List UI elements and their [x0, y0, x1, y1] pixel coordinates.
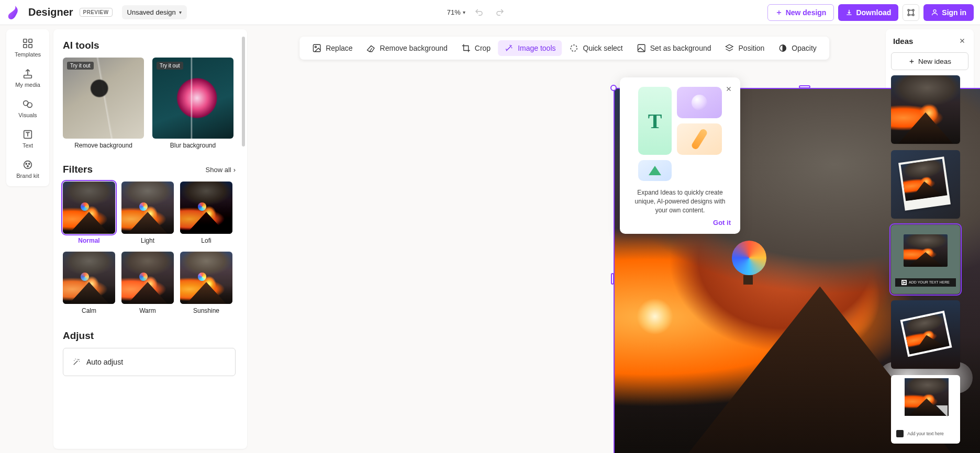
ctx-replace[interactable]: Replace [306, 40, 359, 56]
share-flow-icon[interactable] [903, 4, 919, 21]
resize-handle-w[interactable] [611, 273, 614, 285]
ctx-remove-bg[interactable]: Remove background [360, 40, 454, 56]
download-label: Download [856, 8, 891, 17]
svg-point-4 [933, 10, 936, 13]
new-design-label: New design [786, 8, 827, 17]
idea-thumb-3[interactable]: ▶ADD YOUR TEXT HERE [891, 225, 960, 293]
ctx-position[interactable]: Position [719, 40, 771, 56]
svg-point-0 [908, 9, 909, 11]
svg-point-19 [571, 45, 577, 51]
canvas-area[interactable]: Replace Remove background Crop Image too… [247, 25, 882, 453]
popover-got-it[interactable]: Got it [629, 219, 731, 226]
new-ideas-button[interactable]: New ideas [891, 52, 968, 70]
preview-badge: PREVIEW [80, 8, 113, 17]
ctx-crop[interactable]: Crop [455, 40, 497, 56]
filter-light[interactable]: Light [121, 182, 174, 244]
ai-tools-row: Try it out Remove background Try it out … [63, 58, 243, 149]
play-icon: ▶ [901, 280, 907, 285]
popover-text-tile-icon: T [638, 87, 672, 155]
idea-thumb-1[interactable] [891, 75, 960, 144]
tools-scrollbar[interactable] [242, 37, 245, 146]
svg-rect-6 [29, 39, 32, 42]
lasso-icon [570, 43, 579, 53]
zoom-dropdown[interactable]: 71% ▾ [447, 8, 465, 16]
design-name: Unsaved design [127, 8, 176, 16]
tools-panel: AI tools Try it out Remove background Tr… [53, 29, 247, 449]
ctx-image-tools[interactable]: Image tools [498, 40, 562, 56]
svg-point-3 [912, 14, 914, 16]
popover-shape-tile-icon [677, 87, 722, 118]
rail-templates[interactable]: Templates [10, 33, 45, 61]
filter-warm[interactable]: Warm [121, 252, 174, 314]
ideas-title: Ideas [893, 37, 913, 46]
rail-my-media[interactable]: My media [10, 64, 45, 91]
svg-point-16 [27, 166, 28, 167]
popover-pencil-tile-icon [677, 123, 722, 155]
ideas-tooltip-popover: T Expand Ideas to quickly create unique,… [620, 77, 740, 234]
rail-text[interactable]: Text [10, 124, 45, 152]
sign-in-button[interactable]: Sign in [923, 4, 974, 21]
resize-handle-n[interactable] [799, 85, 810, 88]
image-context-toolbar: Replace Remove background Crop Image too… [299, 37, 829, 60]
magic-wand-icon [504, 43, 514, 53]
app-logo [6, 5, 22, 20]
replace-icon [312, 43, 321, 53]
svg-point-14 [26, 163, 27, 164]
main-area: Templates My media Visuals Text Brand ki… [0, 25, 980, 453]
rail-visuals[interactable]: Visuals [10, 94, 45, 121]
filters-title: Filters [63, 164, 93, 175]
popover-close[interactable] [722, 83, 735, 95]
wand-icon [72, 357, 81, 367]
top-bar: Designer PREVIEW Unsaved design ▾ 71% ▾ … [0, 0, 980, 25]
popover-preview-grid: T [629, 87, 731, 181]
nav-rail: Templates My media Visuals Text Brand ki… [6, 29, 49, 186]
filters-show-all[interactable]: Show all › [206, 166, 236, 174]
layers-icon [725, 43, 734, 53]
svg-rect-5 [24, 39, 27, 42]
design-name-dropdown[interactable]: Unsaved design ▾ [122, 5, 187, 19]
adjust-title: Adjust [63, 330, 243, 342]
popover-message: Expand Ideas to quickly create unique, A… [629, 188, 731, 214]
ai-remove-bg-card[interactable]: Try it out Remove background [63, 58, 144, 149]
undo-button[interactable] [472, 5, 486, 20]
new-design-button[interactable]: New design [767, 4, 834, 21]
ai-tools-title: AI tools [63, 40, 243, 51]
svg-rect-17 [313, 44, 320, 52]
crop-icon [461, 43, 471, 53]
filter-normal[interactable]: Normal [63, 182, 115, 244]
app-name: Designer [28, 6, 73, 18]
filter-calm[interactable]: Calm [63, 252, 115, 314]
ctx-quick-select[interactable]: Quick select [563, 40, 629, 56]
resize-handle-nw[interactable] [610, 85, 617, 91]
filters-header: Filters Show all › [63, 164, 243, 175]
ai-blur-bg-label: Blur background [152, 142, 233, 149]
chevron-down-icon: ▾ [179, 9, 182, 15]
idea-thumb-4[interactable] [891, 300, 960, 369]
svg-rect-9 [24, 75, 32, 78]
filter-lofi[interactable]: Lofi [180, 182, 232, 244]
popover-image-tile-icon [638, 160, 672, 181]
svg-point-11 [27, 103, 32, 107]
filter-sunshine[interactable]: Sunshine [180, 252, 232, 314]
ctx-set-bg[interactable]: Set as background [630, 40, 718, 56]
ctx-opacity[interactable]: Opacity [772, 40, 822, 56]
redo-button[interactable] [493, 5, 507, 20]
svg-point-1 [912, 9, 914, 11]
chevron-down-icon: ▾ [463, 9, 465, 15]
auto-adjust-button[interactable]: Auto adjust [63, 348, 236, 376]
idea-thumb-5[interactable]: Add your text here [891, 375, 960, 444]
sign-in-label: Sign in [942, 8, 966, 17]
rail-brand-kit[interactable]: Brand kit [10, 155, 45, 182]
ideas-close[interactable] [956, 35, 968, 47]
topbar-right: New design Download Sign in [767, 4, 974, 21]
svg-point-13 [24, 161, 32, 169]
svg-rect-7 [24, 44, 27, 48]
try-it-badge: Try it out [157, 62, 183, 70]
ai-remove-bg-label: Remove background [63, 142, 144, 149]
ideas-header: Ideas [886, 29, 974, 50]
idea-thumb-2[interactable] [891, 150, 960, 219]
ai-blur-bg-card[interactable]: Try it out Blur background [152, 58, 233, 149]
try-it-badge: Try it out [67, 62, 94, 70]
download-button[interactable]: Download [838, 4, 898, 21]
topbar-center: 71% ▾ [447, 5, 507, 20]
